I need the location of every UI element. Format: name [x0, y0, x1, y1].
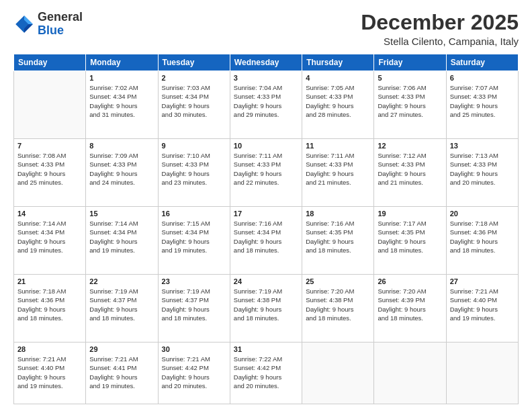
table-row: 5Sunrise: 7:06 AMSunset: 4:33 PMDaylight…: [374, 71, 446, 139]
table-row: 9Sunrise: 7:10 AMSunset: 4:33 PMDaylight…: [158, 139, 230, 207]
day-number: 31: [234, 345, 298, 353]
table-row: 14Sunrise: 7:14 AMSunset: 4:34 PMDayligh…: [14, 207, 86, 275]
month-title: December 2025: [361, 11, 519, 34]
day-info: Sunrise: 7:19 AMSunset: 4:37 PMDaylight:…: [162, 287, 226, 322]
day-number: 4: [306, 74, 370, 82]
table-row: 10Sunrise: 7:11 AMSunset: 4:33 PMDayligh…: [230, 139, 302, 207]
calendar-header-row: Sunday Monday Tuesday Wednesday Thursday…: [14, 54, 519, 71]
day-info: Sunrise: 7:18 AMSunset: 4:36 PMDaylight:…: [17, 287, 82, 322]
day-number: 29: [89, 345, 154, 353]
day-info: Sunrise: 7:14 AMSunset: 4:34 PMDaylight:…: [89, 219, 154, 255]
logo-icon: [13, 13, 35, 35]
table-row: 21Sunrise: 7:18 AMSunset: 4:36 PMDayligh…: [14, 275, 86, 342]
day-number: 11: [306, 142, 370, 150]
col-monday: Monday: [86, 54, 158, 71]
day-info: Sunrise: 7:20 AMSunset: 4:39 PMDaylight:…: [378, 287, 442, 322]
table-row: 24Sunrise: 7:19 AMSunset: 4:38 PMDayligh…: [230, 275, 302, 342]
day-number: 7: [17, 142, 82, 150]
col-sunday: Sunday: [14, 54, 86, 71]
day-info: Sunrise: 7:22 AMSunset: 4:42 PMDaylight:…: [234, 355, 298, 390]
day-info: Sunrise: 7:06 AMSunset: 4:33 PMDaylight:…: [378, 83, 442, 119]
day-number: 22: [89, 277, 154, 285]
day-number: 5: [378, 74, 442, 82]
table-row: [14, 71, 86, 139]
day-number: 25: [306, 277, 370, 285]
day-number: 9: [162, 142, 226, 150]
day-info: Sunrise: 7:19 AMSunset: 4:38 PMDaylight:…: [234, 287, 298, 322]
col-friday: Friday: [374, 54, 446, 71]
day-number: 3: [234, 74, 298, 82]
day-number: 26: [378, 277, 442, 285]
day-info: Sunrise: 7:11 AMSunset: 4:33 PMDaylight:…: [306, 151, 370, 187]
table-row: 7Sunrise: 7:08 AMSunset: 4:33 PMDaylight…: [14, 139, 86, 207]
day-info: Sunrise: 7:16 AMSunset: 4:35 PMDaylight:…: [306, 219, 370, 255]
day-info: Sunrise: 7:08 AMSunset: 4:33 PMDaylight:…: [17, 151, 82, 187]
day-info: Sunrise: 7:11 AMSunset: 4:33 PMDaylight:…: [234, 151, 298, 187]
col-thursday: Thursday: [302, 54, 374, 71]
logo: General Blue: [13, 11, 83, 38]
table-row: 11Sunrise: 7:11 AMSunset: 4:33 PMDayligh…: [302, 139, 374, 207]
day-number: 16: [162, 210, 226, 218]
title-block: December 2025 Stella Cilento, Campania, …: [361, 11, 519, 47]
day-number: 14: [17, 210, 82, 218]
day-number: 8: [89, 142, 154, 150]
day-info: Sunrise: 7:15 AMSunset: 4:34 PMDaylight:…: [162, 219, 226, 255]
day-info: Sunrise: 7:20 AMSunset: 4:38 PMDaylight:…: [306, 287, 370, 322]
day-number: 20: [450, 210, 515, 218]
table-row: 12Sunrise: 7:12 AMSunset: 4:33 PMDayligh…: [374, 139, 446, 207]
table-row: 6Sunrise: 7:07 AMSunset: 4:33 PMDaylight…: [446, 71, 518, 139]
day-number: 19: [378, 210, 442, 218]
day-info: Sunrise: 7:21 AMSunset: 4:42 PMDaylight:…: [162, 355, 226, 390]
table-row: 26Sunrise: 7:20 AMSunset: 4:39 PMDayligh…: [374, 275, 446, 342]
day-info: Sunrise: 7:02 AMSunset: 4:34 PMDaylight:…: [89, 83, 154, 119]
table-row: 3Sunrise: 7:04 AMSunset: 4:33 PMDaylight…: [230, 71, 302, 139]
table-row: 2Sunrise: 7:03 AMSunset: 4:34 PMDaylight…: [158, 71, 230, 139]
table-row: 28Sunrise: 7:21 AMSunset: 4:40 PMDayligh…: [14, 342, 86, 404]
day-info: Sunrise: 7:03 AMSunset: 4:34 PMDaylight:…: [162, 83, 226, 119]
day-number: 27: [450, 277, 515, 285]
day-number: 17: [234, 210, 298, 218]
day-number: 28: [17, 345, 82, 353]
table-row: 27Sunrise: 7:21 AMSunset: 4:40 PMDayligh…: [446, 275, 518, 342]
day-info: Sunrise: 7:16 AMSunset: 4:34 PMDaylight:…: [234, 219, 298, 255]
table-row: [302, 342, 374, 404]
col-tuesday: Tuesday: [158, 54, 230, 71]
table-row: 8Sunrise: 7:09 AMSunset: 4:33 PMDaylight…: [86, 139, 158, 207]
day-info: Sunrise: 7:21 AMSunset: 4:40 PMDaylight:…: [450, 287, 515, 322]
day-number: 21: [17, 277, 82, 285]
day-number: 18: [306, 210, 370, 218]
table-row: 4Sunrise: 7:05 AMSunset: 4:33 PMDaylight…: [302, 71, 374, 139]
table-row: 13Sunrise: 7:13 AMSunset: 4:33 PMDayligh…: [446, 139, 518, 207]
table-row: 30Sunrise: 7:21 AMSunset: 4:42 PMDayligh…: [158, 342, 230, 404]
day-info: Sunrise: 7:19 AMSunset: 4:37 PMDaylight:…: [89, 287, 154, 322]
header: General Blue December 2025 Stella Cilent…: [13, 11, 519, 47]
day-info: Sunrise: 7:09 AMSunset: 4:33 PMDaylight:…: [89, 151, 154, 187]
day-info: Sunrise: 7:05 AMSunset: 4:33 PMDaylight:…: [306, 83, 370, 119]
day-number: 6: [450, 74, 515, 82]
day-number: 12: [378, 142, 442, 150]
table-row: 17Sunrise: 7:16 AMSunset: 4:34 PMDayligh…: [230, 207, 302, 275]
table-row: 19Sunrise: 7:17 AMSunset: 4:35 PMDayligh…: [374, 207, 446, 275]
col-saturday: Saturday: [446, 54, 518, 71]
day-number: 1: [89, 74, 154, 82]
logo-text: General Blue: [38, 11, 83, 38]
page: General Blue December 2025 Stella Cilent…: [0, 0, 532, 411]
table-row: 16Sunrise: 7:15 AMSunset: 4:34 PMDayligh…: [158, 207, 230, 275]
table-row: 29Sunrise: 7:21 AMSunset: 4:41 PMDayligh…: [86, 342, 158, 404]
table-row: [446, 342, 518, 404]
col-wednesday: Wednesday: [230, 54, 302, 71]
calendar: Sunday Monday Tuesday Wednesday Thursday…: [13, 54, 519, 404]
day-info: Sunrise: 7:21 AMSunset: 4:40 PMDaylight:…: [17, 355, 82, 390]
day-number: 15: [89, 210, 154, 218]
table-row: 31Sunrise: 7:22 AMSunset: 4:42 PMDayligh…: [230, 342, 302, 404]
day-info: Sunrise: 7:10 AMSunset: 4:33 PMDaylight:…: [162, 151, 226, 187]
day-info: Sunrise: 7:14 AMSunset: 4:34 PMDaylight:…: [17, 219, 82, 255]
table-row: 1Sunrise: 7:02 AMSunset: 4:34 PMDaylight…: [86, 71, 158, 139]
day-number: 23: [162, 277, 226, 285]
day-info: Sunrise: 7:13 AMSunset: 4:33 PMDaylight:…: [450, 151, 515, 187]
day-number: 2: [162, 74, 226, 82]
day-number: 24: [234, 277, 298, 285]
day-info: Sunrise: 7:07 AMSunset: 4:33 PMDaylight:…: [450, 83, 515, 119]
table-row: 15Sunrise: 7:14 AMSunset: 4:34 PMDayligh…: [86, 207, 158, 275]
table-row: 18Sunrise: 7:16 AMSunset: 4:35 PMDayligh…: [302, 207, 374, 275]
